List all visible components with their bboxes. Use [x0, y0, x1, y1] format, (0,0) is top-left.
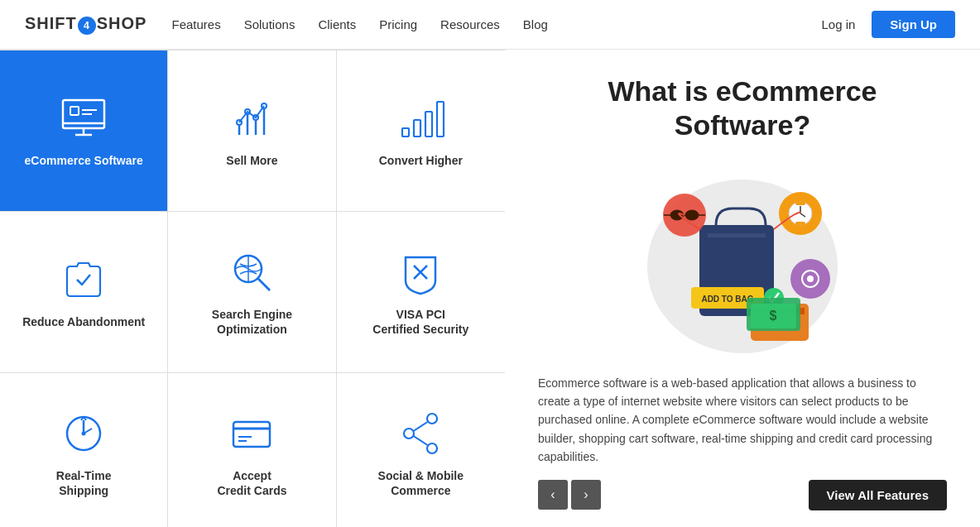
seo-icon	[227, 247, 276, 297]
ecommerce-software-icon	[59, 93, 108, 143]
social-mobile-icon	[396, 409, 445, 458]
panel-description: Ecommerce software is a web-based applic…	[538, 374, 947, 467]
svg-text:$: $	[770, 309, 777, 323]
main-container: eCommerce Software Sell More	[0, 50, 980, 527]
signup-button[interactable]: Sign Up	[872, 11, 955, 38]
reduce-abandonment-label: Reduce Abandonment	[22, 314, 145, 329]
grid-cell-accept-credit-cards[interactable]: Accept Credit Cards	[168, 373, 336, 527]
prev-button[interactable]: ‹	[538, 480, 568, 510]
svg-rect-16	[414, 120, 420, 137]
convert-higher-label: Convert Higher	[379, 153, 463, 168]
grid-cell-convert-higher[interactable]: Convert Higher	[337, 50, 505, 212]
visa-pci-label: VISA PCI Certified Security	[372, 307, 468, 337]
nav-features[interactable]: Features	[171, 17, 220, 31]
view-all-features-button[interactable]: View All Features	[809, 480, 947, 510]
visa-pci-icon	[396, 247, 445, 297]
arrow-buttons: ‹ ›	[538, 480, 601, 510]
svg-rect-56	[795, 222, 805, 225]
grid-cell-real-time-shipping[interactable]: Real-Time Shipping	[0, 373, 168, 527]
illustration-svg: ADD TO BAG	[602, 159, 883, 357]
nav-clients[interactable]: Clients	[318, 17, 356, 31]
accept-credit-cards-icon	[227, 409, 276, 458]
svg-point-27	[82, 432, 86, 436]
grid-cell-reduce-abandonment[interactable]: Reduce Abandonment	[0, 212, 168, 373]
grid-cell-seo[interactable]: Search Engine Optimization	[168, 212, 336, 373]
grid-cell-ecommerce-software[interactable]: eCommerce Software	[0, 50, 168, 212]
seo-label: Search Engine Optimization	[212, 307, 292, 337]
svg-point-59	[807, 275, 814, 282]
svg-rect-41	[708, 233, 766, 237]
nav-buttons: ‹ › View All Features	[538, 480, 947, 510]
right-panel: What is eCommerce Software? ADD TO BAG	[505, 50, 980, 527]
logo-4: 4	[78, 17, 96, 35]
nav-blog[interactable]: Blog	[523, 17, 548, 31]
header-right: Log in Sign Up	[821, 11, 955, 38]
svg-point-47	[685, 210, 699, 220]
next-button[interactable]: ›	[571, 480, 601, 510]
grid-cell-social-mobile[interactable]: Social & Mobile Commerce	[337, 373, 505, 527]
grid-cell-sell-more[interactable]: Sell More	[168, 50, 336, 212]
svg-line-20	[257, 278, 270, 290]
svg-text:ADD TO BAG: ADD TO BAG	[701, 295, 753, 304]
nav-solutions[interactable]: Solutions	[244, 17, 295, 31]
convert-higher-icon	[396, 93, 445, 143]
login-link[interactable]: Log in	[821, 17, 855, 31]
ecommerce-illustration: ADD TO BAG	[538, 159, 947, 357]
sell-more-label: Sell More	[226, 153, 277, 168]
accept-credit-cards-label: Accept Credit Cards	[217, 468, 286, 498]
panel-title: What is eCommerce Software?	[538, 74, 947, 142]
ecommerce-software-label: eCommerce Software	[25, 153, 143, 168]
svg-rect-55	[795, 202, 805, 205]
main-nav: Features Solutions Clients Pricing Resou…	[171, 17, 821, 31]
svg-line-37	[414, 422, 428, 431]
logo-text: SHIFT4SHOP	[25, 14, 147, 35]
svg-rect-4	[70, 107, 79, 115]
header: SHIFT4SHOP Features Solutions Clients Pr…	[0, 0, 980, 50]
real-time-shipping-icon	[59, 409, 108, 458]
svg-rect-15	[402, 128, 409, 137]
svg-point-36	[427, 443, 437, 453]
svg-rect-17	[425, 112, 432, 137]
svg-point-46	[670, 210, 684, 220]
nav-pricing[interactable]: Pricing	[379, 17, 417, 31]
reduce-abandonment-icon	[59, 255, 108, 304]
real-time-shipping-label: Real-Time Shipping	[56, 468, 112, 498]
svg-point-35	[404, 429, 414, 438]
feature-grid: eCommerce Software Sell More	[0, 50, 505, 527]
svg-rect-30	[233, 422, 270, 447]
grid-cell-visa-pci[interactable]: VISA PCI Certified Security	[337, 212, 505, 373]
svg-point-34	[427, 414, 437, 424]
nav-resources[interactable]: Resources	[440, 17, 500, 31]
svg-line-38	[414, 436, 428, 445]
svg-rect-18	[437, 102, 444, 137]
sell-more-icon	[227, 93, 276, 143]
logo: SHIFT4SHOP	[25, 14, 147, 35]
social-mobile-label: Social & Mobile Commerce	[378, 468, 464, 498]
